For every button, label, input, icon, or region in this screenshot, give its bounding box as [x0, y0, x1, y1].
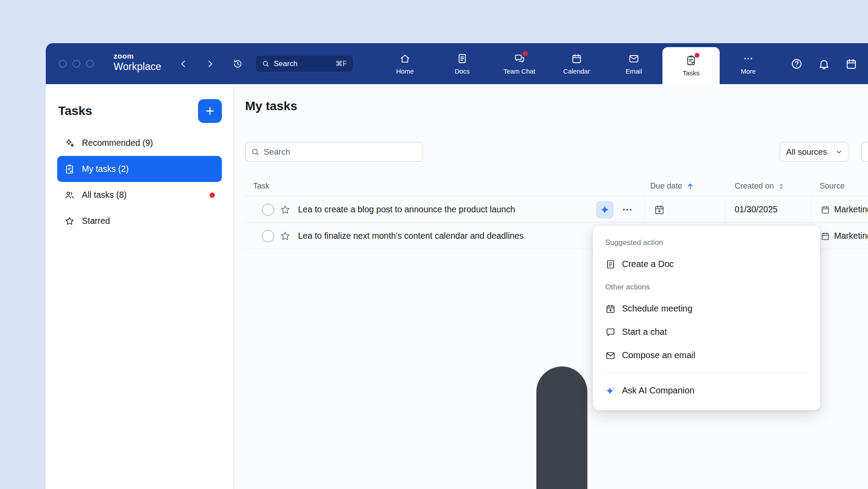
calendar-plus-icon — [605, 304, 616, 314]
sidebar-item-recommended[interactable]: Recommended (9) — [57, 130, 222, 156]
top-bar: zoom Workplace Search ⌘F — [46, 43, 868, 84]
sparkles-icon — [64, 138, 75, 148]
more-icon — [743, 53, 754, 64]
window-zoom-button[interactable] — [86, 60, 94, 67]
email-icon — [628, 53, 640, 64]
my-tasks-icon — [64, 164, 75, 174]
nav-tasks[interactable]: Tasks — [662, 47, 720, 84]
star-icon[interactable] — [280, 230, 291, 242]
global-search-bar[interactable]: Search ⌘F — [255, 55, 353, 72]
column-task[interactable]: Task — [253, 182, 269, 191]
sidebar-item-all-tasks[interactable]: All tasks (8) — [57, 182, 222, 208]
tasks-search-input[interactable] — [264, 147, 417, 157]
zoom-workplace-logo: zoom Workplace — [114, 52, 161, 73]
search-icon — [262, 60, 269, 67]
tasks-badge — [695, 53, 699, 58]
star-icon[interactable] — [280, 204, 291, 215]
menu-item-label: Start a chat — [622, 327, 667, 337]
all-sources-label: All sources — [786, 147, 827, 157]
task-row: Lea to create a blog post to announce th… — [245, 196, 868, 223]
schedule-calendar-icon[interactable] — [845, 58, 857, 70]
back-button[interactable] — [179, 59, 188, 69]
menu-item-label: Compose an email — [622, 350, 695, 360]
logo-zoom-text: zoom — [114, 52, 161, 60]
created-on-value: 01/30/2025 — [735, 204, 778, 215]
add-task-button[interactable] — [198, 99, 222, 123]
tasks-sidebar: Tasks Recommended (9) My tasks (2) — [46, 84, 234, 489]
search-icon — [251, 148, 260, 156]
sidebar-item-label: My tasks (2) — [82, 164, 129, 174]
sidebar-item-label: All tasks (8) — [82, 190, 127, 200]
docs-icon — [456, 53, 468, 64]
team-chat-icon — [514, 53, 525, 64]
global-search-placeholder: Search — [274, 59, 298, 68]
menu-item-ask-ai-companion[interactable]: Ask AI Companion — [593, 379, 820, 402]
menu-item-compose-email[interactable]: Compose an email — [593, 344, 820, 367]
row-more-button[interactable] — [620, 202, 635, 217]
page-title: My tasks — [245, 99, 297, 113]
column-created-on[interactable]: Created on — [735, 182, 774, 191]
source-calendar-icon — [820, 231, 830, 241]
all-tasks-badge — [210, 193, 215, 198]
people-icon — [64, 190, 75, 200]
forward-button[interactable] — [205, 59, 215, 69]
nav-email[interactable]: Email — [605, 43, 662, 84]
ai-companion-button[interactable] — [596, 201, 614, 219]
sidebar-item-label: Starred — [82, 216, 110, 226]
ai-actions-menu: Suggested action Create a Doc Other acti… — [593, 226, 820, 410]
history-icon[interactable] — [232, 59, 243, 69]
menu-item-label: Schedule meeting — [622, 304, 692, 314]
doc-icon — [605, 259, 616, 270]
tasks-icon — [685, 55, 697, 66]
sidebar-title: Tasks — [58, 104, 92, 118]
tasks-search[interactable] — [245, 142, 423, 162]
source-value: Marketing — [834, 231, 868, 241]
envelope-icon — [605, 350, 616, 361]
sidebar-item-label: Recommended (9) — [82, 138, 153, 148]
calendar-add-icon[interactable] — [654, 204, 665, 215]
menu-item-label: Create a Doc — [622, 259, 674, 269]
menu-divider — [605, 373, 808, 373]
team-chat-badge — [523, 51, 528, 56]
notifications-bell-icon[interactable] — [818, 58, 830, 70]
help-icon[interactable] — [791, 58, 803, 70]
nav-calendar[interactable]: Calendar — [548, 43, 605, 84]
star-icon — [64, 216, 75, 226]
sidebar-item-my-tasks[interactable]: My tasks (2) — [57, 156, 222, 182]
column-due-date[interactable]: Due date — [650, 182, 682, 191]
sort-ascending-icon[interactable] — [686, 182, 695, 191]
window-close-button[interactable] — [59, 60, 66, 67]
nav-team-chat[interactable]: Team Chat — [491, 43, 548, 84]
task-title[interactable]: Lea to create a blog post to announce th… — [298, 204, 515, 215]
my-tasks-panel: My tasks All sources Task Due date — [234, 84, 868, 489]
task-checkbox[interactable] — [262, 230, 274, 242]
filter-button-partial[interactable] — [861, 142, 868, 162]
window-minimize-button[interactable] — [73, 60, 80, 67]
nav-more[interactable]: More — [720, 43, 777, 84]
plus-icon — [204, 105, 216, 117]
window-controls — [59, 43, 94, 84]
app-window: zoom Workplace Search ⌘F — [46, 43, 868, 489]
search-shortcut-hint: ⌘F — [335, 59, 347, 68]
calendar-icon — [571, 53, 582, 64]
menu-item-start-chat[interactable]: Start a chat — [593, 320, 820, 344]
all-sources-dropdown[interactable]: All sources — [780, 142, 849, 162]
source-calendar-icon — [820, 205, 830, 215]
column-source[interactable]: Source — [820, 182, 845, 191]
menu-item-schedule-meeting[interactable]: Schedule meeting — [593, 297, 820, 320]
task-title[interactable]: Lea to finalize next month’s content cal… — [298, 231, 523, 241]
chevron-down-icon — [835, 148, 842, 156]
table-header: Task Due date Created on Source — [245, 176, 868, 196]
menu-item-create-doc[interactable]: Create a Doc — [593, 252, 820, 276]
suggested-action-label: Suggested action — [593, 236, 820, 252]
nav-docs[interactable]: Docs — [434, 43, 491, 84]
other-actions-label: Other actions — [593, 280, 820, 297]
chat-bubble-icon — [605, 327, 616, 337]
top-nav: Home Docs Team Chat Calendar — [376, 43, 777, 84]
home-icon — [399, 53, 411, 64]
task-checkbox[interactable] — [262, 204, 274, 216]
sidebar-item-starred[interactable]: Starred — [57, 208, 222, 234]
sort-both-icon[interactable] — [777, 182, 785, 190]
nav-home[interactable]: Home — [376, 43, 434, 84]
ai-companion-sparkle-icon — [605, 385, 616, 396]
